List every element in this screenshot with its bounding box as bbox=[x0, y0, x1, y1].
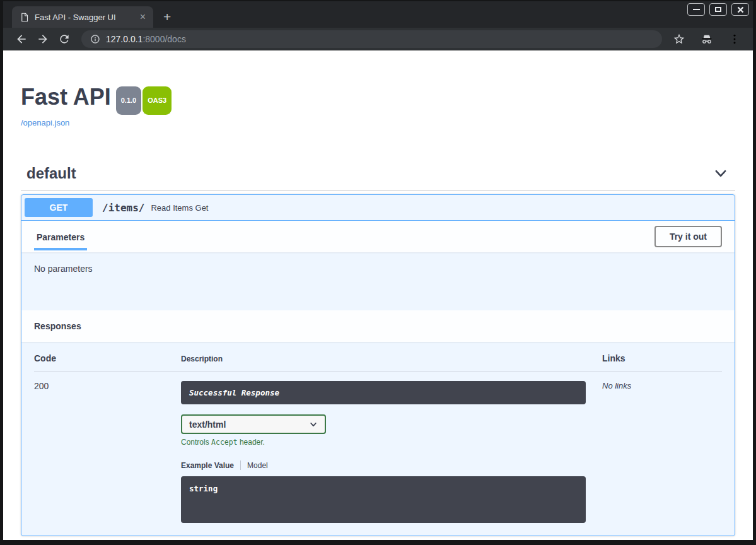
maximize-button[interactable] bbox=[709, 3, 727, 16]
address-bar[interactable]: 127.0.0.1:8000/docs bbox=[81, 30, 662, 48]
new-tab-button[interactable]: + bbox=[163, 9, 171, 25]
try-it-out-button[interactable]: Try it out bbox=[654, 226, 722, 247]
select-chevron-down-icon bbox=[309, 420, 318, 429]
browser-toolbar: 127.0.0.1:8000/docs bbox=[3, 28, 753, 50]
media-type-select[interactable]: text/html bbox=[181, 414, 326, 434]
back-button[interactable] bbox=[15, 33, 28, 45]
window-controls bbox=[687, 3, 749, 16]
operation-path: /items/ bbox=[99, 202, 144, 214]
example-value-text: string bbox=[189, 484, 218, 493]
url-text: 127.0.0.1:8000/docs bbox=[106, 33, 186, 45]
bookmark-star-icon[interactable] bbox=[673, 33, 685, 45]
tab-close-icon[interactable]: × bbox=[137, 12, 148, 22]
maximize-icon bbox=[715, 7, 721, 12]
api-info: Fast API0.1.0OAS3 /openapi.json bbox=[21, 85, 735, 128]
response-description-box: Successful Response bbox=[181, 381, 586, 404]
tag-section-header[interactable]: default bbox=[21, 158, 735, 190]
no-parameters-text: No parameters bbox=[34, 264, 93, 274]
operation-block-get-items: GET /items/ Read Items Get Parameters Tr… bbox=[21, 194, 735, 536]
swagger-ui: Fast API0.1.0OAS3 /openapi.json default … bbox=[3, 85, 753, 536]
tab-title: Fast API - Swagger UI bbox=[35, 13, 132, 22]
document-icon bbox=[20, 13, 29, 22]
media-type-value: text/html bbox=[189, 419, 226, 430]
toolbar-right-icons bbox=[668, 33, 745, 45]
column-header-links: Links bbox=[602, 353, 722, 363]
close-button[interactable] bbox=[731, 3, 749, 16]
tab-example-value[interactable]: Example Value bbox=[181, 461, 234, 470]
response-code: 200 bbox=[34, 381, 181, 523]
accept-note-code: Accept bbox=[211, 438, 238, 447]
parameters-body: No parameters bbox=[21, 252, 735, 310]
openapi-spec-link[interactable]: /openapi.json bbox=[21, 118, 69, 127]
parameters-tab: Parameters bbox=[34, 223, 87, 250]
page-title: Fast API0.1.0OAS3 bbox=[21, 85, 735, 115]
column-header-description: Description bbox=[181, 353, 602, 363]
response-links-cell: No links bbox=[602, 381, 722, 523]
example-model-tabs: Example Value Model bbox=[181, 460, 586, 470]
method-badge: GET bbox=[25, 198, 93, 217]
tab-strip: Fast API - Swagger UI × + bbox=[3, 1, 753, 28]
accept-header-note: Controls Accept header. bbox=[181, 438, 586, 447]
page-content: Fast API0.1.0OAS3 /openapi.json default … bbox=[3, 50, 753, 540]
responses-table-header: Code Description Links bbox=[34, 353, 722, 372]
parameters-section-header: Parameters Try it out bbox=[21, 221, 735, 252]
oas-badge: OAS3 bbox=[142, 86, 172, 115]
operation-summary[interactable]: GET /items/ Read Items Get bbox=[21, 195, 735, 221]
api-title-text: Fast API bbox=[21, 84, 111, 110]
browser-tab[interactable]: Fast API - Swagger UI × bbox=[12, 6, 153, 28]
version-badge: 0.1.0 bbox=[116, 86, 141, 115]
column-header-code: Code bbox=[34, 353, 181, 363]
url-host: 127.0.0.1 bbox=[106, 34, 142, 44]
chevron-down-icon[interactable] bbox=[714, 167, 728, 180]
responses-section-header: Responses bbox=[21, 310, 735, 342]
url-path: :8000/docs bbox=[142, 34, 186, 44]
incognito-icon bbox=[701, 33, 713, 45]
info-circle-icon[interactable] bbox=[90, 34, 100, 44]
responses-body: Code Description Links 200 Successful Re… bbox=[21, 342, 735, 536]
tag-name: default bbox=[26, 165, 76, 182]
operation-description: Read Items Get bbox=[151, 203, 208, 213]
minimize-icon bbox=[693, 9, 700, 10]
forward-button[interactable] bbox=[37, 33, 49, 45]
accept-note-prefix: Controls bbox=[181, 438, 211, 447]
responses-heading: Responses bbox=[34, 321, 81, 331]
close-icon bbox=[737, 6, 744, 13]
accept-note-suffix: header. bbox=[238, 438, 265, 447]
response-row-200: 200 Successful Response text/html bbox=[34, 372, 722, 523]
example-value-box: string bbox=[181, 476, 586, 523]
response-description-cell: Successful Response text/html Controls A… bbox=[181, 381, 602, 523]
reload-button[interactable] bbox=[58, 33, 71, 45]
browser-window: Fast API - Swagger UI × + bbox=[0, 0, 756, 545]
tab-model[interactable]: Model bbox=[247, 461, 268, 470]
response-description-text: Successful Response bbox=[189, 388, 279, 397]
minimize-button[interactable] bbox=[687, 3, 705, 16]
kebab-menu-icon[interactable] bbox=[728, 33, 741, 45]
tab-separator bbox=[240, 460, 241, 470]
